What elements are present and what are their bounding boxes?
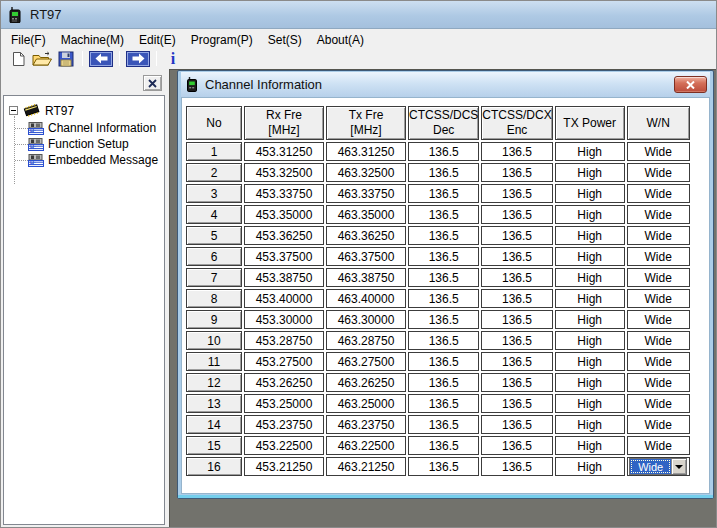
cell-power[interactable]: High (555, 331, 625, 350)
cell-tx[interactable]: 463.38750 (326, 268, 406, 287)
cell-rx[interactable]: 453.23750 (244, 415, 324, 434)
cell-rx[interactable]: 453.21250 (244, 457, 324, 476)
cell-rx[interactable]: 453.33750 (244, 184, 324, 203)
cell-wn[interactable]: Wide (627, 163, 690, 182)
cell-power[interactable]: High (555, 436, 625, 455)
cell-wn[interactable]: Wide (627, 268, 690, 287)
menu-item-machine[interactable]: Machine(M) (54, 31, 132, 49)
cell-tx[interactable]: 463.36250 (326, 226, 406, 245)
cell-dec[interactable]: 136.5 (408, 268, 479, 287)
cell-power[interactable]: High (555, 289, 625, 308)
cell-wn[interactable]: Wide (627, 394, 690, 413)
cell-dec[interactable]: 136.5 (408, 184, 479, 203)
cell-enc[interactable]: 136.5 (481, 331, 552, 350)
cell-tx[interactable]: 463.25000 (326, 394, 406, 413)
cell-rx[interactable]: 453.38750 (244, 268, 324, 287)
cell-rx[interactable]: 453.32500 (244, 163, 324, 182)
cell-tx[interactable]: 463.31250 (326, 142, 406, 161)
cell-power[interactable]: High (555, 457, 625, 476)
menu-item-program[interactable]: Program(P) (184, 31, 261, 49)
cell-rx[interactable]: 453.36250 (244, 226, 324, 245)
menu-item-set[interactable]: Set(S) (261, 31, 310, 49)
cell-enc[interactable]: 136.5 (481, 415, 552, 434)
cell-dec[interactable]: 136.5 (408, 415, 479, 434)
cell-rx[interactable]: 453.35000 (244, 205, 324, 224)
cell-dec[interactable]: 136.5 (408, 394, 479, 413)
info-icon[interactable]: i (161, 50, 185, 68)
cell-wn[interactable]: Wide (627, 226, 690, 245)
cell-rx[interactable]: 453.31250 (244, 142, 324, 161)
cell-enc[interactable]: 136.5 (481, 142, 552, 161)
cell-power[interactable]: High (555, 247, 625, 266)
cell-wn[interactable]: Wide (627, 373, 690, 392)
cell-enc[interactable]: 136.5 (481, 310, 552, 329)
cell-enc[interactable]: 136.5 (481, 226, 552, 245)
cell-dec[interactable]: 136.5 (408, 352, 479, 371)
cell-rx[interactable]: 453.40000 (244, 289, 324, 308)
cell-rx[interactable]: 453.37500 (244, 247, 324, 266)
cell-dec[interactable]: 136.5 (408, 436, 479, 455)
cell-wn[interactable]: Wide (627, 205, 690, 224)
open-file-icon[interactable] (30, 50, 54, 68)
tree-collapse-icon[interactable] (9, 106, 18, 115)
new-file-icon[interactable] (6, 50, 30, 68)
cell-power[interactable]: High (555, 226, 625, 245)
cell-power[interactable]: High (555, 310, 625, 329)
combo-dropdown-button[interactable] (671, 459, 686, 474)
cell-power[interactable]: High (555, 373, 625, 392)
menu-item-about[interactable]: About(A) (310, 31, 372, 49)
cell-power[interactable]: High (555, 352, 625, 371)
cell-dec[interactable]: 136.5 (408, 163, 479, 182)
write-to-radio-icon[interactable] (126, 51, 150, 67)
cell-dec[interactable]: 136.5 (408, 226, 479, 245)
cell-power[interactable]: High (555, 142, 625, 161)
cell-power[interactable]: High (555, 394, 625, 413)
cell-dec[interactable]: 136.5 (408, 247, 479, 266)
cell-enc[interactable]: 136.5 (481, 247, 552, 266)
tree-item-embedded-message[interactable]: H:Embedded Message (28, 153, 158, 167)
cell-power[interactable]: High (555, 184, 625, 203)
cell-enc[interactable]: 136.5 (481, 289, 552, 308)
cell-dec[interactable]: 136.5 (408, 457, 479, 476)
cell-dec[interactable]: 136.5 (408, 205, 479, 224)
cell-tx[interactable]: 463.35000 (326, 205, 406, 224)
menu-item-edit[interactable]: Edit(E) (132, 31, 184, 49)
cell-tx[interactable]: 463.33750 (326, 184, 406, 203)
cell-wn[interactable]: Wide (627, 142, 690, 161)
tree-item-function-setup[interactable]: H:Function Setup (28, 137, 129, 151)
cell-power[interactable]: High (555, 415, 625, 434)
cell-rx[interactable]: 453.25000 (244, 394, 324, 413)
cell-rx[interactable]: 453.27500 (244, 352, 324, 371)
cell-tx[interactable]: 463.30000 (326, 310, 406, 329)
cell-wn[interactable]: Wide (627, 436, 690, 455)
cell-tx[interactable]: 463.22500 (326, 436, 406, 455)
save-file-icon[interactable] (54, 50, 78, 68)
cell-tx[interactable]: 463.27500 (326, 352, 406, 371)
cell-rx[interactable]: 453.22500 (244, 436, 324, 455)
cell-tx[interactable]: 463.23750 (326, 415, 406, 434)
menu-item-file[interactable]: File(F) (4, 31, 54, 49)
cell-enc[interactable]: 136.5 (481, 184, 552, 203)
cell-enc[interactable]: 136.5 (481, 457, 552, 476)
cell-enc[interactable]: 136.5 (481, 436, 552, 455)
cell-rx[interactable]: 453.26250 (244, 373, 324, 392)
cell-wn[interactable]: Wide (627, 352, 690, 371)
child-close-button[interactable] (674, 76, 707, 93)
cell-enc[interactable]: 136.5 (481, 268, 552, 287)
cell-power[interactable]: High (555, 163, 625, 182)
tree-item-channel-information[interactable]: H:Channel Information (28, 121, 156, 135)
cell-wn[interactable]: Wide (627, 331, 690, 350)
cell-enc[interactable]: 136.5 (481, 352, 552, 371)
cell-wn[interactable]: Wide (627, 184, 690, 203)
cell-wn[interactable]: Wide (627, 310, 690, 329)
cell-wn[interactable]: Wide (627, 289, 690, 308)
cell-tx[interactable]: 463.40000 (326, 289, 406, 308)
tree-root-rt97[interactable]: RT97 (9, 103, 74, 118)
cell-wn[interactable]: Wide (627, 415, 690, 434)
cell-dec[interactable]: 136.5 (408, 289, 479, 308)
cell-tx[interactable]: 463.26250 (326, 373, 406, 392)
cell-rx[interactable]: 453.28750 (244, 331, 324, 350)
cell-tx[interactable]: 463.28750 (326, 331, 406, 350)
cell-enc[interactable]: 136.5 (481, 205, 552, 224)
cell-rx[interactable]: 453.30000 (244, 310, 324, 329)
